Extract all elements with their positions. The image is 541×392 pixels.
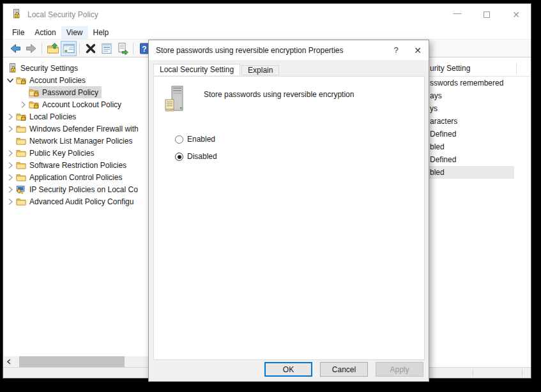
list-row[interactable]: aracters xyxy=(422,115,530,128)
menu-action[interactable]: Action xyxy=(29,26,61,39)
list-cell-security-setting: Defined xyxy=(430,130,456,139)
tree-item-content: Public Key Policies xyxy=(16,147,97,159)
scrollbar-thumb[interactable] xyxy=(19,356,125,367)
chevron-down-icon[interactable] xyxy=(4,75,16,86)
chevron-right-icon[interactable] xyxy=(4,185,16,195)
back-arrow-button[interactable] xyxy=(7,41,23,56)
dialog-title: Store passwords using reversible encrypt… xyxy=(156,46,343,55)
local-security-setting-tab-page: Store passwords using reversible encrypt… xyxy=(153,76,425,360)
toolbar-separator xyxy=(42,43,42,54)
ok-button[interactable]: OK xyxy=(264,362,312,377)
list-cell-security-setting: Defined xyxy=(430,155,456,164)
column-header-security-setting[interactable]: urity Setting xyxy=(422,61,530,77)
toolbar-separator xyxy=(79,43,80,54)
svg-text:?: ? xyxy=(142,44,146,53)
policy-name: Store passwords using reversible encrypt… xyxy=(204,90,354,114)
tree-item-label: Software Restriction Policies xyxy=(29,160,126,170)
help-question-icon: ? xyxy=(393,45,398,55)
minimize-button[interactable]: — xyxy=(443,4,472,25)
chevron-right-icon[interactable] xyxy=(4,197,16,207)
menu-help[interactable]: Help xyxy=(88,26,114,39)
list-row-selected[interactable]: bled xyxy=(422,166,530,179)
chevron-right-icon[interactable] xyxy=(4,148,16,158)
folder-icon xyxy=(16,136,26,146)
app-icon-server-lock xyxy=(11,9,22,20)
tree-item-content: Security Settings xyxy=(7,62,81,74)
folder-lock-icon xyxy=(16,112,26,122)
cancel-button[interactable]: Cancel xyxy=(320,362,368,377)
list-row[interactable]: sswords remembered xyxy=(422,77,530,89)
export-list-button[interactable] xyxy=(114,41,130,56)
tree-item-content: Local Policies xyxy=(16,110,79,123)
radio-option-enabled[interactable]: Enabled xyxy=(175,135,215,144)
list-row[interactable]: Defined xyxy=(422,153,530,166)
close-icon: ✕ xyxy=(414,45,422,56)
window-title: Local Security Policy xyxy=(27,10,98,19)
chevron-right-icon[interactable] xyxy=(4,172,16,183)
chevron-placeholder xyxy=(17,87,29,98)
computer-key-icon xyxy=(16,185,26,195)
folder-icon xyxy=(16,148,26,158)
list-cell-security-setting: bled xyxy=(430,142,445,151)
folder-up-icon xyxy=(47,42,59,55)
chevron-right-icon[interactable] xyxy=(17,100,29,110)
close-button[interactable]: ✕ xyxy=(501,4,531,25)
column-divider[interactable] xyxy=(516,63,517,75)
tree-item-content: IP Security Policies on Local Co xyxy=(16,183,141,195)
list-cell-security-setting: aracters xyxy=(430,117,457,126)
forward-arrow-button[interactable] xyxy=(23,41,39,56)
column-header-label: urity Setting xyxy=(430,64,470,73)
tree-item-label: Account Policies xyxy=(29,75,86,85)
tree-item-label: IP Security Policies on Local Co xyxy=(29,185,138,194)
tree-item-content: Windows Defender Firewall with xyxy=(16,123,142,135)
delete-icon xyxy=(84,42,97,55)
tree-item-label: Network List Manager Policies xyxy=(29,136,132,146)
folder-icon xyxy=(16,160,26,170)
menu-file[interactable]: File xyxy=(7,26,29,39)
chevron-placeholder xyxy=(4,136,16,146)
caption-buttons: — ✕ xyxy=(443,4,531,25)
chevron-right-icon[interactable] xyxy=(4,124,16,134)
policy-properties-dialog: Store passwords using reversible encrypt… xyxy=(148,40,429,382)
forward-arrow-icon xyxy=(25,42,38,55)
server-document-icon xyxy=(164,86,187,114)
console-tree-button[interactable] xyxy=(61,41,77,56)
radio-label: Disabled xyxy=(187,152,217,162)
radio-selected-icon[interactable] xyxy=(175,153,183,161)
dialog-help-button[interactable]: ? xyxy=(385,40,407,60)
properties-button[interactable] xyxy=(98,41,114,56)
list-row[interactable]: ys xyxy=(422,102,530,115)
tree-item-label: Application Control Policies xyxy=(29,172,122,182)
tree-item-label: Public Key Policies xyxy=(29,148,94,158)
scroll-left-arrow-icon[interactable] xyxy=(4,356,15,367)
folder-up-button[interactable] xyxy=(45,41,61,56)
chevron-right-icon[interactable] xyxy=(4,160,16,170)
tab-explain[interactable]: Explain xyxy=(241,65,279,75)
maximize-button[interactable] xyxy=(472,4,501,25)
title-bar: Local Security Policy — ✕ xyxy=(3,4,531,25)
status-divider xyxy=(473,370,473,376)
folder-lock-icon xyxy=(29,100,39,110)
tab-local-security-setting[interactable]: Local Security Setting xyxy=(153,64,240,75)
folder-lock-icon xyxy=(16,75,26,86)
menu-view[interactable]: View xyxy=(61,26,88,39)
radio-unselected-icon[interactable] xyxy=(175,135,183,144)
list-row[interactable]: ays xyxy=(422,89,530,102)
status-divider xyxy=(522,370,522,376)
server-lock-icon xyxy=(7,63,17,73)
list-cell-security-setting: sswords remembered xyxy=(430,79,503,87)
chevron-right-icon[interactable] xyxy=(4,112,16,122)
folder-icon xyxy=(16,172,26,183)
tree-item-content: Application Control Policies xyxy=(16,171,125,183)
delete-button[interactable] xyxy=(82,41,98,56)
dialog-close-button[interactable]: ✕ xyxy=(407,40,429,60)
folder-icon xyxy=(16,197,26,207)
folder-icon xyxy=(16,124,26,134)
list-row[interactable]: Defined xyxy=(422,128,530,140)
tree-item-content: Software Restriction Policies xyxy=(16,159,130,171)
radio-option-disabled[interactable]: Disabled xyxy=(175,152,217,162)
folder-lock-icon xyxy=(29,87,39,98)
list-row[interactable]: bled xyxy=(422,140,530,153)
console-tree-icon xyxy=(63,42,75,55)
toolbar-separator xyxy=(133,43,133,54)
